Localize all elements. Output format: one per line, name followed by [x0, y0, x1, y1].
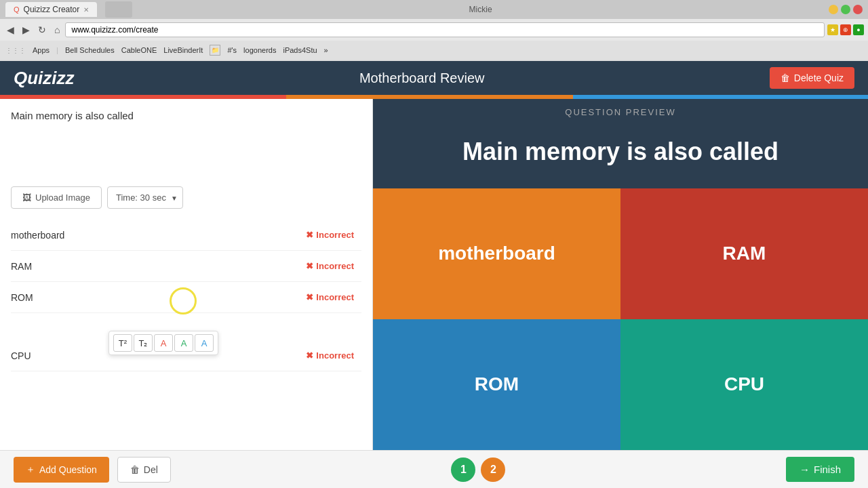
cursor-highlight: [170, 287, 197, 314]
quiz-title: Motherboard Review: [75, 70, 770, 86]
bookmark-folder: 📁: [210, 45, 220, 56]
tab-title: Quizizz Creator: [24, 5, 80, 14]
color-red-icon: A: [161, 338, 167, 348]
page-indicators: 1 2: [179, 458, 778, 482]
incorrect-label-2: Incorrect: [316, 261, 354, 271]
time-wrapper: Time: 30 sec: [107, 186, 183, 209]
color-green-button[interactable]: A: [174, 334, 193, 352]
del-button[interactable]: 🗑 Del: [117, 457, 171, 483]
x-icon-4: ✖: [306, 350, 313, 361]
bookmark-ipads[interactable]: iPads4Stu: [283, 46, 317, 54]
x-icon-3: ✖: [306, 292, 313, 302]
bookmark-livebinder[interactable]: LiveBinderIt: [163, 46, 203, 54]
preview-question-text: Main memory is also called: [373, 123, 868, 188]
image-area: [11, 132, 361, 186]
preview-answer-label-2: RAM: [723, 243, 766, 264]
time-select[interactable]: Time: 30 sec: [107, 186, 183, 209]
incorrect-button-4[interactable]: ✖ Incorrect: [298, 347, 361, 364]
app-logo: Quizizz: [14, 68, 75, 89]
preview-answers-grid: motherboard RAM ROM CPU: [373, 188, 868, 450]
upload-image-button[interactable]: 🖼 Upload Image: [11, 186, 102, 209]
home-button[interactable]: ⌂: [52, 23, 62, 37]
del-trash-icon: 🗑: [130, 464, 140, 475]
incorrect-button-1[interactable]: ✖ Incorrect: [298, 226, 361, 243]
answer-item-1: motherboard ✖ Incorrect: [11, 220, 361, 251]
left-panel: Main memory is also called 🖼 Upload Imag…: [0, 99, 373, 450]
apps-icon: ⋮⋮⋮: [5, 47, 26, 54]
preview-answer-1: motherboard: [373, 188, 620, 319]
color-red-button[interactable]: A: [154, 334, 173, 352]
preview-answer-3: ROM: [373, 319, 620, 450]
question-text: Main memory is also called: [11, 110, 361, 121]
ext-icon-1: ⊕: [840, 24, 851, 35]
user-name: Mickie: [469, 5, 492, 14]
answer-label-1[interactable]: motherboard: [11, 230, 293, 241]
refresh-button[interactable]: ↻: [35, 23, 49, 37]
bookmark-more[interactable]: »: [324, 46, 328, 54]
add-question-button[interactable]: ＋ Add Question: [14, 457, 109, 483]
preview-answer-4: CPU: [620, 319, 868, 450]
color-blue-icon: A: [201, 338, 208, 348]
title-bar: Q Quizizz Creator ✕ Mickie: [0, 0, 868, 19]
bottom-bar: ＋ Add Question 🗑 Del 1 2 → Finish: [0, 450, 868, 488]
add-icon: ＋: [26, 464, 35, 476]
x-icon-2: ✖: [306, 261, 313, 271]
main-content: Main memory is also called 🖼 Upload Imag…: [0, 99, 868, 450]
bookmarks-bar: ⋮⋮⋮ Apps | Bell Schedules CableONE LiveB…: [0, 41, 868, 60]
tab-close-icon[interactable]: ✕: [83, 6, 89, 14]
controls-row: 🖼 Upload Image Time: 30 sec: [11, 186, 361, 209]
app-header: Quizizz Motherboard Review 🗑 Delete Quiz: [0, 61, 868, 95]
incorrect-label-1: Incorrect: [316, 230, 354, 240]
page-dot-2[interactable]: 2: [481, 458, 505, 482]
bookmark-apps[interactable]: Apps: [33, 46, 50, 54]
color-blue-button[interactable]: A: [195, 334, 214, 352]
right-panel: QUESTION PREVIEW Main memory is also cal…: [373, 99, 868, 450]
incorrect-label-3: Incorrect: [316, 292, 354, 302]
answer-label-2[interactable]: RAM: [11, 261, 293, 272]
incorrect-button-3[interactable]: ✖ Incorrect: [298, 289, 361, 306]
minimize-button[interactable]: [829, 5, 838, 14]
preview-answer-label-1: motherboard: [438, 243, 555, 264]
browser-chrome: Q Quizizz Creator ✕ Mickie ◀ ▶ ↻ ⌂ ★ ⊕ ●…: [0, 0, 868, 61]
star-icon: ★: [827, 24, 838, 35]
browser-tab[interactable]: Q Quizizz Creator ✕: [5, 2, 97, 17]
bookmark-logonerds[interactable]: logonerds: [243, 46, 276, 54]
subscript-icon: T₂: [139, 338, 148, 348]
incorrect-button-2[interactable]: ✖ Incorrect: [298, 258, 361, 274]
app-container: Quizizz Motherboard Review 🗑 Delete Quiz…: [0, 61, 868, 488]
address-input[interactable]: [65, 22, 825, 37]
delete-icon: 🗑: [781, 73, 790, 83]
address-bar-row: ◀ ▶ ↻ ⌂ ★ ⊕ ●: [0, 19, 868, 41]
page-dot-1[interactable]: 1: [451, 458, 475, 482]
back-button[interactable]: ◀: [4, 23, 17, 37]
superscript-button[interactable]: T²: [113, 334, 132, 352]
delete-quiz-label: Delete Quiz: [794, 73, 844, 83]
color-green-icon: A: [181, 338, 187, 348]
del-label: Del: [144, 464, 158, 475]
upload-label: Upload Image: [35, 192, 90, 203]
delete-quiz-button[interactable]: 🗑 Delete Quiz: [770, 67, 854, 89]
page-num-1: 1: [460, 464, 467, 476]
subscript-button[interactable]: T₂: [134, 334, 153, 352]
incorrect-label-4: Incorrect: [316, 350, 354, 361]
tab-favicon: Q: [14, 5, 20, 14]
bookmark-bell[interactable]: Bell Schedules: [65, 46, 115, 54]
preview-answer-2: RAM: [620, 188, 868, 319]
page-num-2: 2: [490, 464, 496, 476]
ext-icon-2: ●: [853, 24, 864, 35]
answer-label-3[interactable]: ROM: [11, 292, 293, 303]
finish-button[interactable]: → Finish: [786, 457, 854, 482]
forward-button[interactable]: ▶: [20, 23, 33, 37]
window-controls: [829, 5, 863, 14]
text-formatting-toolbar: T² T₂ A A A: [108, 331, 218, 355]
close-button[interactable]: [853, 5, 863, 14]
bookmark-cable[interactable]: CableONE: [121, 46, 157, 54]
preview-label: QUESTION PREVIEW: [373, 99, 868, 123]
browser-action-icons: ★ ⊕ ●: [827, 24, 864, 35]
bookmark-hash[interactable]: #'s: [227, 46, 237, 54]
superscript-icon: T²: [119, 338, 127, 348]
maximize-button[interactable]: [841, 5, 850, 14]
preview-answer-label-4: CPU: [724, 373, 764, 395]
preview-answer-label-3: ROM: [475, 373, 519, 395]
x-icon-1: ✖: [306, 230, 313, 240]
